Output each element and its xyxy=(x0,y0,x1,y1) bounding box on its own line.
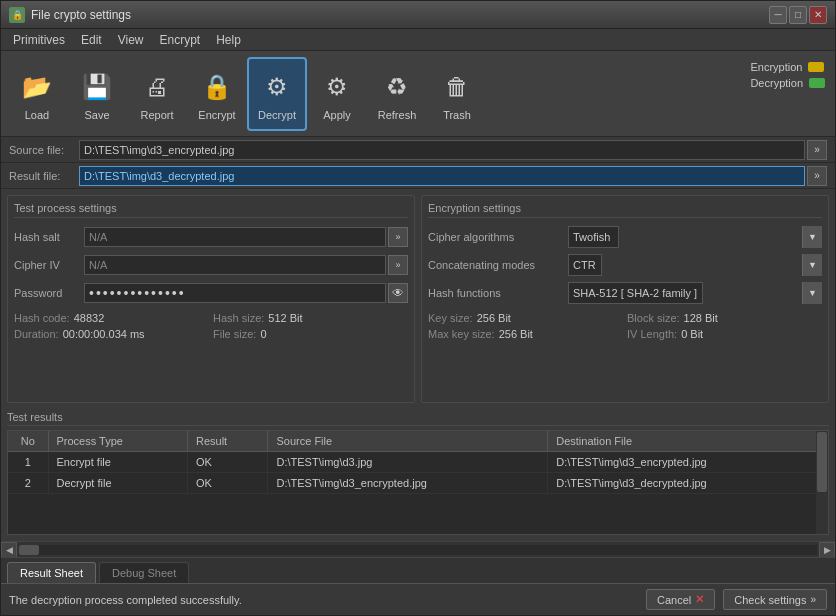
minimize-button[interactable]: ─ xyxy=(769,6,787,24)
source-file-label: Source file: xyxy=(9,144,79,156)
iv-length-label: IV Length: xyxy=(627,328,677,340)
cell-result: OK xyxy=(187,473,268,494)
col-dest-file: Destination File xyxy=(548,431,828,452)
file-size-value: 0 xyxy=(260,328,266,340)
result-file-arrow-button[interactable]: » xyxy=(807,166,827,186)
horizontal-scrollbar[interactable]: ◀ ▶ xyxy=(1,541,835,557)
block-size-value: 128 Bit xyxy=(684,312,718,324)
cell-no: 2 xyxy=(8,473,48,494)
col-no: No xyxy=(8,431,48,452)
encryption-status: Encryption xyxy=(750,61,825,73)
password-input[interactable] xyxy=(84,283,386,303)
report-button[interactable]: 🖨 Report xyxy=(127,57,187,131)
encrypt-icon: 🔒 xyxy=(197,67,237,107)
cell-dest-file: D:\TEST\img\d3_encrypted.jpg xyxy=(548,452,828,473)
block-size-label: Block size: xyxy=(627,312,680,324)
report-icon: 🖨 xyxy=(137,67,177,107)
hash-code-label: Hash code: xyxy=(14,312,70,324)
cell-dest-file: D:\TEST\img\d3_decrypted.jpg xyxy=(548,473,828,494)
hash-code-item: Hash code: 48832 xyxy=(14,312,209,324)
refresh-button[interactable]: ♻ Refresh xyxy=(367,57,427,131)
table-row: 1 Encrypt file OK D:\TEST\img\d3.jpg D:\… xyxy=(8,452,828,473)
cell-no: 1 xyxy=(8,452,48,473)
apply-button[interactable]: ⚙ Apply xyxy=(307,57,367,131)
hash-salt-row: Hash salt » xyxy=(14,226,408,248)
scroll-thumb xyxy=(19,545,39,555)
cipher-iv-input[interactable] xyxy=(84,255,386,275)
result-file-row: Result file: » xyxy=(1,163,835,189)
check-settings-button[interactable]: Check settings » xyxy=(723,589,827,610)
encryption-status-dot xyxy=(808,62,824,72)
cancel-button[interactable]: Cancel ✕ xyxy=(646,589,715,610)
save-button[interactable]: 💾 Save xyxy=(67,57,127,131)
window-icon: 🔒 xyxy=(9,7,25,23)
menu-edit[interactable]: Edit xyxy=(73,31,110,49)
source-file-arrow-button[interactable]: » xyxy=(807,140,827,160)
menu-primitives[interactable]: Primitives xyxy=(5,31,73,49)
scroll-track xyxy=(19,545,817,555)
hash-code-value: 48832 xyxy=(74,312,105,324)
window-title: File crypto settings xyxy=(31,8,769,22)
table-vertical-scrollbar[interactable] xyxy=(816,431,828,534)
tab-debug-sheet[interactable]: Debug Sheet xyxy=(99,562,189,583)
max-key-size-value: 256 Bit xyxy=(499,328,533,340)
trash-icon: 🗑 xyxy=(437,67,477,107)
decrypt-button[interactable]: ⚙ Decrypt xyxy=(247,57,307,131)
load-icon: 📂 xyxy=(17,67,57,107)
menu-bar: Primitives Edit View Encrypt Help xyxy=(1,29,835,51)
scroll-right-button[interactable]: ▶ xyxy=(819,542,835,558)
concat-modes-select[interactable]: CTR CBC ECB OFB xyxy=(568,254,602,276)
result-file-input[interactable] xyxy=(79,166,805,186)
apply-icon: ⚙ xyxy=(317,67,357,107)
menu-view[interactable]: View xyxy=(110,31,152,49)
decryption-status: Decryption xyxy=(750,77,825,89)
scroll-left-button[interactable]: ◀ xyxy=(1,542,17,558)
hash-size-item: Hash size: 512 Bit xyxy=(213,312,408,324)
duration-label: Duration: xyxy=(14,328,59,340)
encryption-settings-title: Encryption settings xyxy=(428,202,822,218)
source-file-input[interactable] xyxy=(79,140,805,160)
cell-process-type: Decrypt file xyxy=(48,473,187,494)
key-size-label: Key size: xyxy=(428,312,473,324)
concat-modes-wrapper: CTR CBC ECB OFB ▼ xyxy=(568,254,822,276)
maximize-button[interactable]: □ xyxy=(789,6,807,24)
encrypt-button[interactable]: 🔒 Encrypt xyxy=(187,57,247,131)
result-file-label: Result file: xyxy=(9,170,79,182)
close-button[interactable]: ✕ xyxy=(809,6,827,24)
cipher-algo-select[interactable]: Twofish AES Blowfish DES xyxy=(568,226,619,248)
source-file-row: Source file: » xyxy=(1,137,835,163)
password-toggle-button[interactable]: 👁 xyxy=(388,283,408,303)
col-source-file: Source File xyxy=(268,431,548,452)
hash-functions-select[interactable]: SHA-512 [ SHA-2 family ] SHA-256 MD5 xyxy=(568,282,703,304)
concat-modes-dropdown-icon: ▼ xyxy=(802,254,822,276)
results-title: Test results xyxy=(7,409,829,426)
cell-result: OK xyxy=(187,452,268,473)
cancel-label: Cancel xyxy=(657,594,691,606)
hash-salt-input[interactable] xyxy=(84,227,386,247)
hash-salt-arrow-button[interactable]: » xyxy=(388,227,408,247)
toolbar: 📂 Load 💾 Save 🖨 Report 🔒 Encrypt ⚙ Decry… xyxy=(1,51,835,137)
cipher-iv-row: Cipher IV » xyxy=(14,254,408,276)
hash-size-value: 512 Bit xyxy=(268,312,302,324)
cell-source-file: D:\TEST\img\d3_encrypted.jpg xyxy=(268,473,548,494)
col-result: Result xyxy=(187,431,268,452)
cancel-x-icon: ✕ xyxy=(695,593,704,606)
results-section: Test results No Process Type Result Sour… xyxy=(1,409,835,541)
password-label: Password xyxy=(14,287,84,299)
cipher-iv-label: Cipher IV xyxy=(14,259,84,271)
hash-salt-label: Hash salt xyxy=(14,231,84,243)
menu-help[interactable]: Help xyxy=(208,31,249,49)
load-button[interactable]: 📂 Load xyxy=(7,57,67,131)
iv-length-value: 0 Bit xyxy=(681,328,703,340)
tab-result-sheet[interactable]: Result Sheet xyxy=(7,562,96,583)
main-window: 🔒 File crypto settings ─ □ ✕ Primitives … xyxy=(0,0,836,616)
password-row: Password 👁 xyxy=(14,282,408,304)
menu-encrypt[interactable]: Encrypt xyxy=(152,31,209,49)
iv-length-item: IV Length: 0 Bit xyxy=(627,328,822,340)
trash-button[interactable]: 🗑 Trash xyxy=(427,57,487,131)
decryption-status-dot xyxy=(809,78,825,88)
cipher-iv-arrow-button[interactable]: » xyxy=(388,255,408,275)
hash-functions-row: Hash functions SHA-512 [ SHA-2 family ] … xyxy=(428,282,822,304)
trash-label: Trash xyxy=(443,109,471,121)
tab-bar: Result Sheet Debug Sheet xyxy=(1,557,835,583)
